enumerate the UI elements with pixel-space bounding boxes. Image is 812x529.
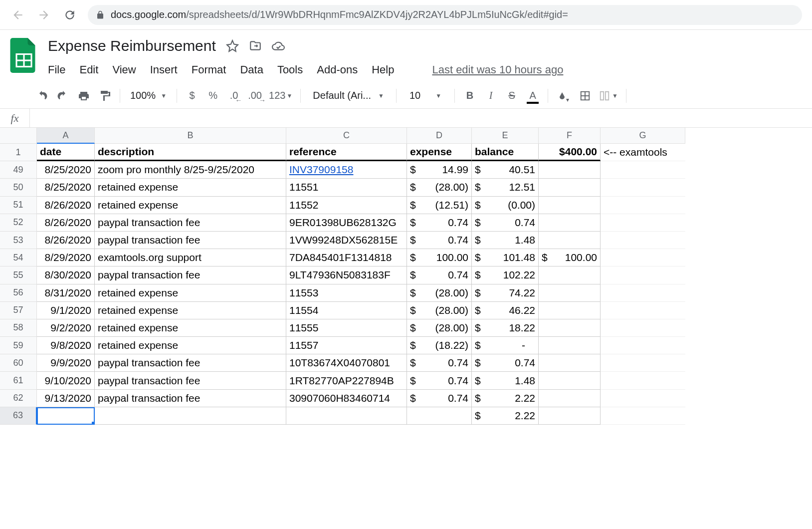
cell[interactable]: paypal transaction fee [95,214,286,232]
cell[interactable] [601,179,685,196]
reload-button[interactable] [62,7,78,23]
cell[interactable]: INV37909158 [286,161,407,179]
cell[interactable]: balance [472,144,539,161]
undo-button[interactable] [33,87,51,105]
cell[interactable]: retained expense [95,179,286,196]
row-header[interactable]: 57 [0,302,37,319]
cell[interactable]: $1.48 [472,232,539,249]
cell[interactable]: $0.74 [407,214,472,232]
col-header-a[interactable]: A [37,128,95,144]
cell[interactable]: 11553 [286,284,407,302]
cell[interactable] [539,319,601,337]
cell[interactable] [601,284,685,302]
menu-data[interactable]: Data [240,63,263,76]
menu-addons[interactable]: Add-ons [317,63,358,76]
cell[interactable]: $0.74 [407,232,472,249]
cell[interactable]: 9/8/2020 [37,337,95,354]
cell[interactable]: $18.22 [472,319,539,337]
cell[interactable]: $- [472,337,539,354]
cell[interactable]: 8/25/2020 [37,161,95,179]
row-header[interactable]: 52 [0,214,37,232]
cell[interactable]: 11555 [286,319,407,337]
cell[interactable]: $0.74 [407,372,472,389]
cell[interactable] [601,161,685,179]
menu-edit[interactable]: Edit [79,63,98,76]
cell[interactable]: 8/26/2020 [37,197,95,214]
cell[interactable]: $74.22 [472,284,539,302]
row-header[interactable]: 56 [0,284,37,302]
star-icon[interactable] [226,39,239,52]
col-header-g[interactable]: G [601,128,685,144]
menu-tools[interactable]: Tools [277,63,303,76]
sheets-logo[interactable] [10,35,48,73]
cell[interactable]: expense [407,144,472,161]
font-size-select[interactable]: 10▼ [403,90,448,101]
cell[interactable] [407,407,472,425]
cell[interactable] [539,197,601,214]
cell[interactable] [601,390,685,407]
cell[interactable]: retained expense [95,337,286,354]
cell[interactable] [539,179,601,196]
cell[interactable]: 9/2/2020 [37,319,95,337]
cell[interactable]: paypal transaction fee [95,266,286,284]
row-header[interactable]: 50 [0,179,37,196]
cell[interactable]: $2.22 [472,407,539,425]
cell[interactable]: $(28.00) [407,284,472,302]
redo-button[interactable] [54,87,72,105]
cell[interactable]: $0.74 [407,390,472,407]
cell[interactable] [286,407,407,425]
fill-color-button[interactable]: ▾ [554,87,573,105]
cell[interactable]: $102.22 [472,266,539,284]
cell[interactable] [539,354,601,372]
cell[interactable]: $0.74 [472,354,539,372]
cell[interactable]: retained expense [95,284,286,302]
cell[interactable]: 7DA845401F1314818 [286,249,407,266]
cell[interactable]: 30907060H83460714 [286,390,407,407]
cell[interactable] [539,337,601,354]
zoom-select[interactable]: 100%▼ [126,90,171,101]
forward-button[interactable] [36,7,52,23]
cell[interactable]: $(28.00) [407,179,472,196]
cell[interactable] [601,214,685,232]
cell[interactable] [539,407,601,425]
cell[interactable]: $1.48 [472,372,539,389]
menu-format[interactable]: Format [192,63,226,76]
cell[interactable]: $(28.00) [407,319,472,337]
col-header-c[interactable]: C [286,128,407,144]
cell[interactable] [539,284,601,302]
cell[interactable]: reference [286,144,407,161]
cell[interactable]: $(0.00) [472,197,539,214]
cell[interactable]: 8/26/2020 [37,214,95,232]
col-header-f[interactable]: F [539,128,601,144]
doc-title[interactable]: Expense Reimbursement [48,37,216,54]
col-header-d[interactable]: D [407,128,472,144]
cell[interactable] [601,197,685,214]
cell[interactable] [601,249,685,266]
cell[interactable]: $12.51 [472,179,539,196]
format-percent-button[interactable]: % [204,87,222,105]
cell[interactable]: $14.99 [407,161,472,179]
cell[interactable]: 9ER01398UB628132G [286,214,407,232]
cell[interactable] [601,337,685,354]
cell[interactable]: $(28.00) [407,302,472,319]
cell[interactable]: 9LT47936N5083183F [286,266,407,284]
cell[interactable] [539,266,601,284]
row-header[interactable]: 51 [0,197,37,214]
row-header[interactable]: 61 [0,372,37,389]
cell[interactable]: $46.22 [472,302,539,319]
cell[interactable]: $101.48 [472,249,539,266]
cell[interactable]: 9/9/2020 [37,354,95,372]
cell[interactable]: 11551 [286,179,407,196]
print-button[interactable] [75,87,93,105]
cell[interactable] [601,372,685,389]
back-button[interactable] [10,7,26,23]
cell[interactable] [601,319,685,337]
cell[interactable]: 1VW99248DX562815E [286,232,407,249]
cell[interactable]: 8/31/2020 [37,284,95,302]
cell[interactable]: <-- examtools [601,144,685,161]
cell[interactable] [539,161,601,179]
cell[interactable]: 11552 [286,197,407,214]
cell[interactable]: 9/1/2020 [37,302,95,319]
cell[interactable]: examtools.org support [95,249,286,266]
menu-insert[interactable]: Insert [150,63,178,76]
